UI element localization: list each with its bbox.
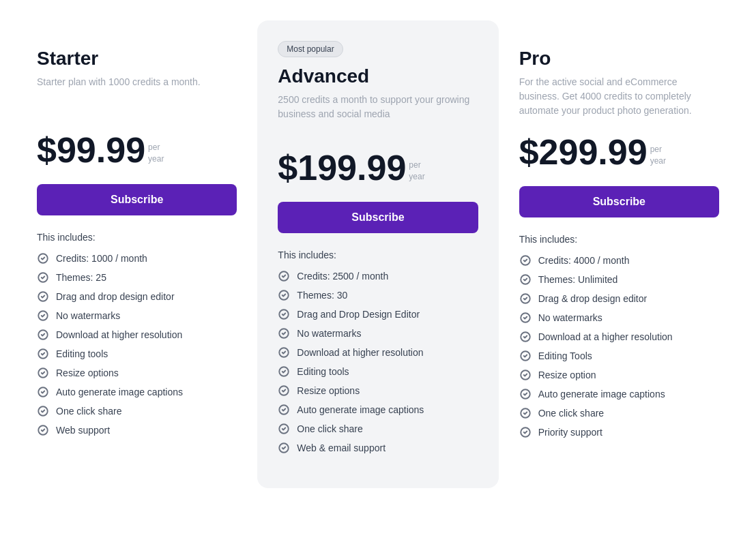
feature-text: No watermarks: [56, 310, 120, 321]
feature-item: No watermarks: [519, 312, 719, 324]
feature-item: Web support: [37, 424, 237, 436]
price-row: $299.99 peryear: [519, 134, 719, 170]
plan-name: Advanced: [278, 65, 478, 87]
feature-text: Themes: 30: [297, 290, 347, 301]
check-icon: [37, 310, 49, 322]
check-icon: [278, 385, 290, 397]
feature-text: One click share: [297, 423, 362, 434]
features-list: Credits: 4000 / month Themes: Unlimited: [519, 254, 719, 438]
plan-description: Starter plan with 1000 credits a month.: [37, 75, 237, 116]
check-icon: [278, 308, 290, 320]
plan-description: For the active social and eCommerce busi…: [519, 75, 719, 118]
subscribe-button[interactable]: Subscribe: [37, 184, 237, 215]
check-icon: [37, 367, 49, 379]
feature-text: Priority support: [538, 427, 602, 438]
features-list: Credits: 2500 / month Themes: 30: [278, 270, 478, 454]
check-icon: [519, 388, 532, 400]
feature-text: Credits: 2500 / month: [297, 271, 388, 282]
feature-text: Drag and Drop Design Editor: [297, 309, 420, 320]
feature-item: No watermarks: [37, 310, 237, 322]
feature-item: Download at higher resolution: [37, 329, 237, 341]
includes-label: This includes:: [278, 250, 478, 260]
check-icon: [519, 273, 532, 286]
feature-item: Credits: 1000 / month: [37, 252, 237, 265]
feature-item: No watermarks: [278, 327, 478, 340]
feature-item: Editing Tools: [519, 350, 719, 362]
most-popular-badge: Most popular: [278, 41, 343, 57]
feature-item: One click share: [278, 423, 478, 435]
feature-item: Editing tools: [37, 348, 237, 360]
feature-item: Web & email support: [278, 442, 478, 454]
check-icon: [278, 404, 290, 416]
price-period: peryear: [148, 142, 164, 165]
price-row: $99.99 peryear: [37, 132, 237, 168]
feature-item: Themes: Unlimited: [519, 273, 719, 286]
price-amount: $299.99: [519, 134, 648, 170]
feature-text: Resize option: [538, 370, 596, 380]
feature-text: Web & email support: [297, 442, 386, 453]
feature-item: Themes: 25: [37, 271, 237, 284]
check-icon: [37, 329, 49, 341]
feature-text: Resize options: [297, 385, 360, 396]
check-icon: [278, 270, 290, 282]
feature-text: No watermarks: [297, 328, 361, 339]
feature-item: Drag & drop design editor: [519, 292, 719, 305]
feature-text: Editing tools: [297, 366, 349, 377]
price-period: peryear: [650, 144, 666, 167]
feature-item: Credits: 4000 / month: [519, 254, 719, 267]
feature-item: Editing tools: [278, 365, 478, 378]
feature-item: Resize options: [278, 385, 478, 397]
feature-item: Drag and drop design editor: [37, 290, 237, 303]
feature-item: Resize option: [519, 369, 719, 381]
plan-description: 2500 credits a month to support your gro…: [278, 93, 478, 134]
check-icon: [37, 290, 49, 303]
feature-item: One click share: [37, 405, 237, 417]
feature-text: One click share: [538, 408, 604, 419]
price-period: peryear: [409, 160, 424, 183]
plan-card-advanced: Most popular Advanced 2500 credits a mon…: [257, 20, 498, 488]
feature-text: No watermarks: [538, 312, 602, 323]
check-icon: [519, 312, 532, 324]
check-icon: [37, 405, 49, 417]
feature-item: Auto generate image captions: [519, 388, 719, 400]
feature-text: Themes: 25: [56, 272, 106, 283]
feature-item: Drag and Drop Design Editor: [278, 308, 478, 320]
plan-name: Pro: [519, 48, 719, 70]
features-list: Credits: 1000 / month Themes: 25: [37, 252, 237, 436]
check-icon: [519, 292, 532, 305]
check-icon: [278, 289, 290, 301]
feature-item: One click share: [519, 407, 719, 419]
feature-text: Editing Tools: [538, 350, 592, 361]
feature-item: Credits: 2500 / month: [278, 270, 478, 282]
check-icon: [519, 254, 532, 267]
check-icon: [37, 271, 49, 284]
feature-text: Web support: [56, 425, 110, 436]
plan-name: Starter: [37, 48, 237, 70]
feature-text: Credits: 4000 / month: [538, 255, 630, 266]
includes-label: This includes:: [37, 232, 237, 243]
check-icon: [278, 346, 290, 359]
subscribe-button[interactable]: Subscribe: [519, 186, 719, 217]
feature-text: Credits: 1000 / month: [56, 253, 147, 264]
check-icon: [278, 423, 290, 435]
includes-label: This includes:: [519, 234, 719, 245]
check-icon: [519, 369, 532, 381]
check-icon: [278, 442, 290, 454]
feature-text: Editing tools: [56, 348, 108, 359]
pricing-container: Starter Starter plan with 1000 credits a…: [16, 27, 740, 481]
feature-text: Download at higher resolution: [56, 329, 182, 340]
feature-item: Priority support: [519, 426, 719, 438]
feature-text: Auto generate image captions: [538, 389, 665, 400]
feature-item: Resize options: [37, 367, 237, 379]
check-icon: [37, 424, 49, 436]
check-icon: [519, 331, 532, 343]
check-icon: [278, 365, 290, 378]
check-icon: [519, 426, 532, 438]
check-icon: [519, 350, 532, 362]
feature-item: Themes: 30: [278, 289, 478, 301]
feature-text: Drag & drop design editor: [538, 293, 648, 304]
subscribe-button[interactable]: Subscribe: [278, 202, 478, 233]
price-row: $199.99 peryear: [278, 150, 478, 185]
plan-card-pro: Pro For the active social and eCommerce …: [499, 27, 740, 472]
check-icon: [37, 252, 49, 265]
